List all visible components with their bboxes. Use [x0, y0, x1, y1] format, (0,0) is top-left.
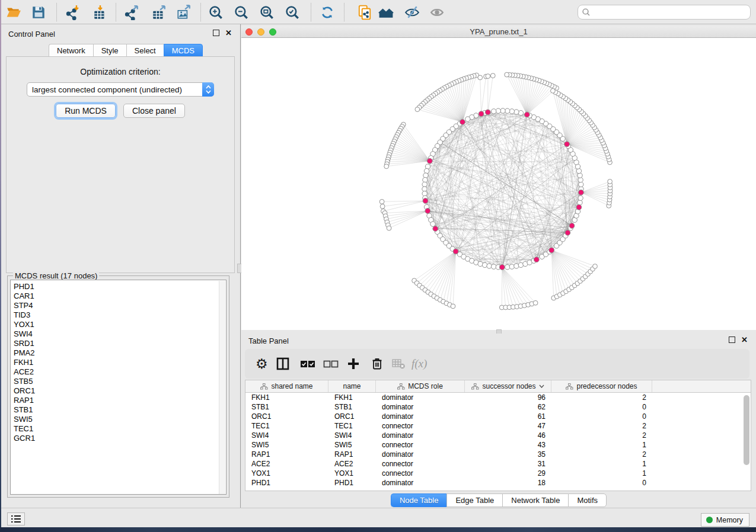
mcds-hub-node[interactable]: [453, 249, 458, 254]
network-node[interactable]: [578, 196, 583, 200]
mcds-hub-node[interactable]: [499, 265, 505, 270]
network-node[interactable]: [518, 110, 523, 115]
table-row[interactable]: SWI4SWI4dominator462: [245, 431, 751, 440]
network-node[interactable]: [578, 200, 582, 205]
table-row[interactable]: SWI5SWI5connector431: [245, 440, 751, 450]
save-session-button[interactable]: [31, 4, 47, 21]
leaf-node[interactable]: [533, 300, 538, 305]
mcds-hub-node[interactable]: [524, 112, 529, 117]
mcds-result-item[interactable]: RAP1: [11, 396, 226, 405]
import-network-button[interactable]: [65, 4, 82, 21]
show-panels-menu-button[interactable]: [7, 512, 25, 525]
column-settings-button[interactable]: ⚙: [256, 355, 268, 372]
table-row[interactable]: STB1STB1dominator620: [245, 402, 751, 412]
mcds-result-item[interactable]: TEC1: [11, 424, 226, 434]
create-column-button[interactable]: [346, 355, 361, 372]
network-node[interactable]: [496, 108, 500, 113]
deselect-all-columns-button[interactable]: [323, 355, 339, 372]
network-node[interactable]: [487, 264, 492, 268]
zoom-in-button[interactable]: [208, 4, 225, 21]
table-row[interactable]: RAP1RAP1dominator352: [245, 450, 751, 459]
network-window-titlebar[interactable]: YPA_prune.txt_1: [241, 26, 756, 38]
mcds-hub-node[interactable]: [427, 158, 432, 164]
mcds-result-item[interactable]: ACE2: [11, 367, 226, 377]
mcds-result-item[interactable]: PHD1: [11, 282, 226, 291]
mcds-result-item[interactable]: GCR1: [11, 434, 226, 443]
leaf-node[interactable]: [486, 74, 490, 79]
delete-table-button[interactable]: [391, 355, 406, 372]
column-header-successor-nodes[interactable]: successor nodes: [465, 380, 551, 392]
table-row[interactable]: FKH1FKH1dominator962: [245, 393, 751, 402]
mcds-result-item[interactable]: STB5: [11, 377, 226, 386]
mcds-result-item[interactable]: ORC1: [11, 386, 226, 396]
mcds-result-list[interactable]: PHD1CAR1STP4TID3YOX1SWI4SRD1PMA2FKH1ACE2…: [10, 280, 227, 495]
scrollbar-thumb[interactable]: [744, 395, 749, 465]
mcds-result-item[interactable]: STB1: [11, 405, 226, 415]
function-builder-button[interactable]: f(x): [412, 355, 427, 372]
network-node[interactable]: [505, 108, 510, 113]
mcds-hub-node[interactable]: [479, 111, 484, 117]
new-network-from-selection-button[interactable]: [357, 4, 374, 21]
mcds-hub-node[interactable]: [534, 257, 539, 262]
table-row[interactable]: PHD1PHD1dominator180: [245, 478, 751, 488]
leaf-node[interactable]: [415, 107, 420, 112]
leaf-node[interactable]: [387, 226, 391, 230]
hide-selection-button[interactable]: [404, 4, 421, 21]
leaf-node[interactable]: [379, 200, 384, 204]
network-node[interactable]: [514, 264, 519, 268]
network-node[interactable]: [423, 178, 428, 182]
mcds-list-scrollbar[interactable]: [219, 281, 225, 495]
network-node[interactable]: [578, 173, 582, 178]
zoom-selected-button[interactable]: [285, 4, 301, 21]
leaf-node[interactable]: [593, 264, 598, 269]
network-node[interactable]: [579, 182, 583, 187]
criterion-select[interactable]: largest connected component (undirected): [27, 82, 214, 97]
mcds-result-item[interactable]: PMA2: [11, 348, 226, 358]
close-mcds-panel-button[interactable]: Close panel: [123, 104, 185, 118]
tab-motifs[interactable]: Motifs: [568, 493, 607, 507]
first-neighbors-button[interactable]: [378, 4, 395, 21]
mcds-hub-node[interactable]: [565, 230, 570, 235]
apply-layout-button[interactable]: [320, 4, 336, 21]
mcds-result-item[interactable]: SRD1: [11, 339, 226, 348]
network-node[interactable]: [492, 109, 496, 114]
mcds-hub-node[interactable]: [425, 209, 430, 214]
tab-edge-table[interactable]: Edge Table: [446, 493, 502, 507]
network-node[interactable]: [509, 264, 514, 269]
network-node[interactable]: [430, 222, 435, 226]
table-row[interactable]: TEC1TEC1connector472: [245, 421, 751, 431]
select-all-columns-button[interactable]: [299, 355, 316, 372]
network-node[interactable]: [500, 108, 505, 113]
tab-node-table[interactable]: Node Table: [391, 493, 447, 507]
leaf-node[interactable]: [451, 304, 455, 309]
mcds-hub-node[interactable]: [460, 120, 465, 125]
memory-button[interactable]: Memory: [701, 513, 749, 527]
table-row[interactable]: ORC1ORC1dominator610: [245, 412, 751, 421]
close-table-panel-button[interactable]: ✕: [741, 336, 748, 343]
zoom-out-button[interactable]: [234, 4, 250, 21]
tab-style[interactable]: Style: [93, 44, 126, 57]
mcds-hub-node[interactable]: [579, 190, 584, 195]
network-node[interactable]: [465, 117, 470, 121]
network-node[interactable]: [482, 262, 487, 267]
network-node[interactable]: [424, 168, 429, 173]
delete-column-button[interactable]: [370, 355, 384, 372]
open-file-button[interactable]: [6, 4, 23, 21]
export-table-button[interactable]: [151, 4, 168, 21]
mcds-result-item[interactable]: STP4: [11, 301, 226, 310]
zoom-fit-button[interactable]: [259, 4, 276, 21]
network-canvas[interactable]: [241, 38, 756, 330]
search-input[interactable]: [591, 7, 747, 18]
network-node[interactable]: [423, 173, 428, 178]
close-panel-button[interactable]: ✕: [225, 30, 232, 36]
mcds-hub-node[interactable]: [423, 198, 428, 204]
column-header-shared-name[interactable]: shared name: [245, 380, 328, 392]
mcds-result-item[interactable]: SWI4: [11, 329, 226, 339]
show-column-panel-button[interactable]: [276, 355, 290, 372]
network-node[interactable]: [422, 182, 427, 187]
table-scrollbar[interactable]: [744, 395, 749, 489]
show-all-button[interactable]: [429, 4, 446, 21]
leaf-node[interactable]: [551, 88, 556, 93]
leaf-node[interactable]: [478, 75, 483, 80]
export-network-button[interactable]: [124, 4, 141, 21]
